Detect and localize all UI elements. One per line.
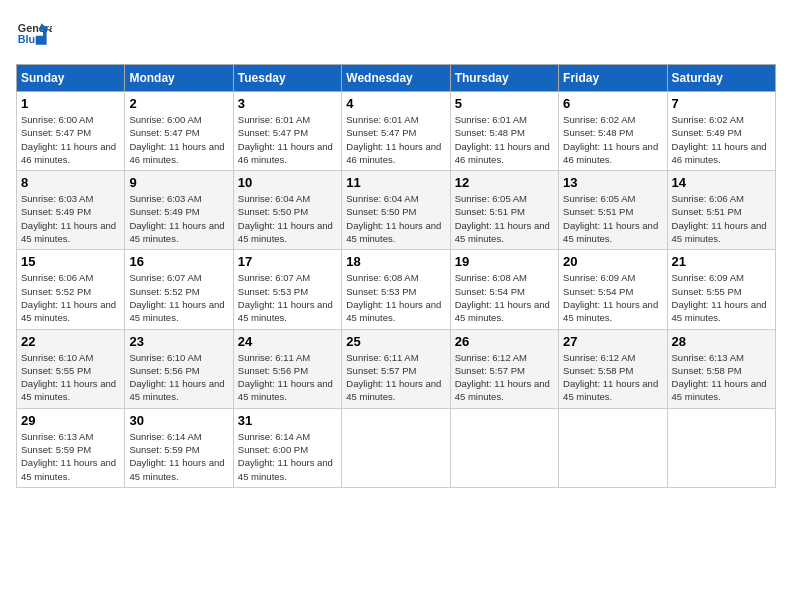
calendar-cell: 6Sunrise: 6:02 AMSunset: 5:48 PMDaylight…	[559, 92, 667, 171]
day-info: Sunrise: 6:07 AMSunset: 5:52 PMDaylight:…	[129, 271, 228, 324]
day-number: 29	[21, 413, 120, 428]
calendar-cell: 2Sunrise: 6:00 AMSunset: 5:47 PMDaylight…	[125, 92, 233, 171]
calendar-cell: 20Sunrise: 6:09 AMSunset: 5:54 PMDayligh…	[559, 250, 667, 329]
day-info: Sunrise: 6:05 AMSunset: 5:51 PMDaylight:…	[455, 192, 554, 245]
calendar-cell: 21Sunrise: 6:09 AMSunset: 5:55 PMDayligh…	[667, 250, 775, 329]
day-info: Sunrise: 6:10 AMSunset: 5:55 PMDaylight:…	[21, 351, 120, 404]
day-info: Sunrise: 6:07 AMSunset: 5:53 PMDaylight:…	[238, 271, 337, 324]
calendar-cell: 17Sunrise: 6:07 AMSunset: 5:53 PMDayligh…	[233, 250, 341, 329]
day-info: Sunrise: 6:06 AMSunset: 5:51 PMDaylight:…	[672, 192, 771, 245]
day-number: 12	[455, 175, 554, 190]
day-number: 27	[563, 334, 662, 349]
day-info: Sunrise: 6:12 AMSunset: 5:57 PMDaylight:…	[455, 351, 554, 404]
calendar-cell: 16Sunrise: 6:07 AMSunset: 5:52 PMDayligh…	[125, 250, 233, 329]
day-number: 18	[346, 254, 445, 269]
weekday-header-friday: Friday	[559, 65, 667, 92]
calendar-week-4: 22Sunrise: 6:10 AMSunset: 5:55 PMDayligh…	[17, 329, 776, 408]
day-number: 3	[238, 96, 337, 111]
day-number: 7	[672, 96, 771, 111]
calendar-cell: 18Sunrise: 6:08 AMSunset: 5:53 PMDayligh…	[342, 250, 450, 329]
calendar-cell: 5Sunrise: 6:01 AMSunset: 5:48 PMDaylight…	[450, 92, 558, 171]
calendar-cell: 28Sunrise: 6:13 AMSunset: 5:58 PMDayligh…	[667, 329, 775, 408]
calendar-cell: 24Sunrise: 6:11 AMSunset: 5:56 PMDayligh…	[233, 329, 341, 408]
page-header: General Blue	[16, 16, 776, 52]
day-number: 17	[238, 254, 337, 269]
day-info: Sunrise: 6:01 AMSunset: 5:47 PMDaylight:…	[346, 113, 445, 166]
calendar-cell	[450, 408, 558, 487]
day-info: Sunrise: 6:00 AMSunset: 5:47 PMDaylight:…	[129, 113, 228, 166]
day-info: Sunrise: 6:01 AMSunset: 5:48 PMDaylight:…	[455, 113, 554, 166]
day-number: 14	[672, 175, 771, 190]
calendar-cell: 12Sunrise: 6:05 AMSunset: 5:51 PMDayligh…	[450, 171, 558, 250]
weekday-header-row: SundayMondayTuesdayWednesdayThursdayFrid…	[17, 65, 776, 92]
calendar-cell: 14Sunrise: 6:06 AMSunset: 5:51 PMDayligh…	[667, 171, 775, 250]
day-info: Sunrise: 6:08 AMSunset: 5:54 PMDaylight:…	[455, 271, 554, 324]
calendar-cell: 25Sunrise: 6:11 AMSunset: 5:57 PMDayligh…	[342, 329, 450, 408]
calendar-cell: 4Sunrise: 6:01 AMSunset: 5:47 PMDaylight…	[342, 92, 450, 171]
day-number: 4	[346, 96, 445, 111]
day-info: Sunrise: 6:13 AMSunset: 5:58 PMDaylight:…	[672, 351, 771, 404]
calendar-cell: 7Sunrise: 6:02 AMSunset: 5:49 PMDaylight…	[667, 92, 775, 171]
day-info: Sunrise: 6:08 AMSunset: 5:53 PMDaylight:…	[346, 271, 445, 324]
day-info: Sunrise: 6:04 AMSunset: 5:50 PMDaylight:…	[238, 192, 337, 245]
day-number: 30	[129, 413, 228, 428]
calendar-cell: 8Sunrise: 6:03 AMSunset: 5:49 PMDaylight…	[17, 171, 125, 250]
logo-icon: General Blue	[16, 16, 52, 52]
calendar-cell: 23Sunrise: 6:10 AMSunset: 5:56 PMDayligh…	[125, 329, 233, 408]
calendar-cell: 9Sunrise: 6:03 AMSunset: 5:49 PMDaylight…	[125, 171, 233, 250]
day-number: 10	[238, 175, 337, 190]
day-info: Sunrise: 6:01 AMSunset: 5:47 PMDaylight:…	[238, 113, 337, 166]
day-number: 13	[563, 175, 662, 190]
day-number: 21	[672, 254, 771, 269]
day-info: Sunrise: 6:03 AMSunset: 5:49 PMDaylight:…	[129, 192, 228, 245]
day-info: Sunrise: 6:06 AMSunset: 5:52 PMDaylight:…	[21, 271, 120, 324]
calendar-cell: 11Sunrise: 6:04 AMSunset: 5:50 PMDayligh…	[342, 171, 450, 250]
calendar-cell: 29Sunrise: 6:13 AMSunset: 5:59 PMDayligh…	[17, 408, 125, 487]
calendar-cell: 27Sunrise: 6:12 AMSunset: 5:58 PMDayligh…	[559, 329, 667, 408]
calendar-cell: 13Sunrise: 6:05 AMSunset: 5:51 PMDayligh…	[559, 171, 667, 250]
day-number: 23	[129, 334, 228, 349]
day-info: Sunrise: 6:02 AMSunset: 5:48 PMDaylight:…	[563, 113, 662, 166]
day-number: 16	[129, 254, 228, 269]
day-info: Sunrise: 6:00 AMSunset: 5:47 PMDaylight:…	[21, 113, 120, 166]
calendar-cell: 31Sunrise: 6:14 AMSunset: 6:00 PMDayligh…	[233, 408, 341, 487]
day-number: 25	[346, 334, 445, 349]
weekday-header-sunday: Sunday	[17, 65, 125, 92]
day-number: 20	[563, 254, 662, 269]
day-number: 26	[455, 334, 554, 349]
day-info: Sunrise: 6:14 AMSunset: 6:00 PMDaylight:…	[238, 430, 337, 483]
day-number: 31	[238, 413, 337, 428]
calendar-cell: 22Sunrise: 6:10 AMSunset: 5:55 PMDayligh…	[17, 329, 125, 408]
calendar-cell: 1Sunrise: 6:00 AMSunset: 5:47 PMDaylight…	[17, 92, 125, 171]
calendar-cell: 19Sunrise: 6:08 AMSunset: 5:54 PMDayligh…	[450, 250, 558, 329]
day-info: Sunrise: 6:14 AMSunset: 5:59 PMDaylight:…	[129, 430, 228, 483]
weekday-header-wednesday: Wednesday	[342, 65, 450, 92]
calendar-cell: 10Sunrise: 6:04 AMSunset: 5:50 PMDayligh…	[233, 171, 341, 250]
day-number: 11	[346, 175, 445, 190]
calendar-cell	[559, 408, 667, 487]
day-info: Sunrise: 6:09 AMSunset: 5:55 PMDaylight:…	[672, 271, 771, 324]
day-info: Sunrise: 6:03 AMSunset: 5:49 PMDaylight:…	[21, 192, 120, 245]
weekday-header-monday: Monday	[125, 65, 233, 92]
calendar-cell	[342, 408, 450, 487]
day-number: 15	[21, 254, 120, 269]
weekday-header-thursday: Thursday	[450, 65, 558, 92]
day-info: Sunrise: 6:10 AMSunset: 5:56 PMDaylight:…	[129, 351, 228, 404]
calendar-week-5: 29Sunrise: 6:13 AMSunset: 5:59 PMDayligh…	[17, 408, 776, 487]
day-info: Sunrise: 6:02 AMSunset: 5:49 PMDaylight:…	[672, 113, 771, 166]
weekday-header-saturday: Saturday	[667, 65, 775, 92]
day-info: Sunrise: 6:13 AMSunset: 5:59 PMDaylight:…	[21, 430, 120, 483]
day-number: 6	[563, 96, 662, 111]
calendar-week-3: 15Sunrise: 6:06 AMSunset: 5:52 PMDayligh…	[17, 250, 776, 329]
calendar-cell: 30Sunrise: 6:14 AMSunset: 5:59 PMDayligh…	[125, 408, 233, 487]
logo: General Blue	[16, 16, 52, 52]
day-number: 2	[129, 96, 228, 111]
day-number: 22	[21, 334, 120, 349]
day-info: Sunrise: 6:09 AMSunset: 5:54 PMDaylight:…	[563, 271, 662, 324]
day-number: 28	[672, 334, 771, 349]
day-info: Sunrise: 6:04 AMSunset: 5:50 PMDaylight:…	[346, 192, 445, 245]
day-number: 1	[21, 96, 120, 111]
day-info: Sunrise: 6:11 AMSunset: 5:56 PMDaylight:…	[238, 351, 337, 404]
calendar-cell: 3Sunrise: 6:01 AMSunset: 5:47 PMDaylight…	[233, 92, 341, 171]
calendar-week-1: 1Sunrise: 6:00 AMSunset: 5:47 PMDaylight…	[17, 92, 776, 171]
